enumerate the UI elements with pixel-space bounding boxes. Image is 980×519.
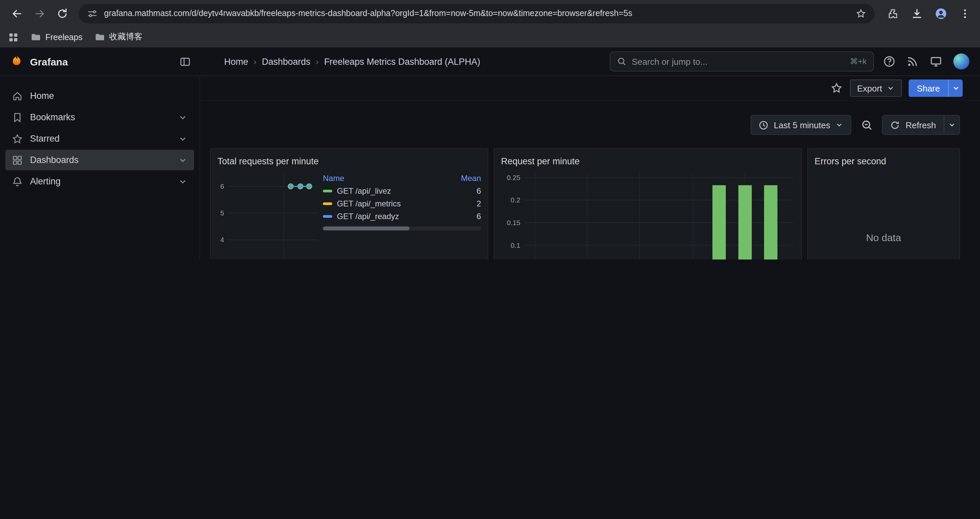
chevron-down-icon[interactable] (178, 113, 188, 122)
bookmark-label: 收藏博客 (109, 31, 142, 43)
refresh-interval-dropdown[interactable] (944, 115, 960, 135)
download-icon[interactable] (908, 5, 925, 22)
svg-text:6: 6 (220, 182, 224, 190)
url-text[interactable]: grafana.mathmast.com/d/deytv4rwavabkb/fr… (104, 9, 849, 18)
sidebar-item-label: Bookmarks (30, 112, 75, 122)
panel-title[interactable]: Request per minute (501, 153, 795, 169)
sidebar-item-label: Dashboards (30, 155, 79, 165)
share-dropdown-button[interactable] (948, 80, 963, 97)
breadcrumb: Home›Dashboards›Freeleaps Metrics Dashbo… (224, 56, 480, 67)
breadcrumb-separator: › (316, 56, 319, 67)
time-range-label: Last 5 minutes (774, 120, 830, 130)
chevron-down-icon[interactable] (178, 134, 188, 143)
reload-icon[interactable] (52, 3, 72, 23)
folder-icon (94, 32, 104, 42)
refresh-button[interactable]: Refresh (882, 115, 944, 135)
favorite-star-icon[interactable] (830, 81, 843, 95)
sidebar-item-home[interactable]: Home (5, 86, 194, 106)
news-rss-icon[interactable] (907, 56, 919, 67)
time-range-picker[interactable]: Last 5 minutes (751, 115, 851, 135)
grid-icon (12, 155, 23, 165)
dashboard-main: Export Share Last 5 minutes (200, 76, 980, 260)
help-icon[interactable] (883, 56, 895, 67)
search-icon (617, 57, 627, 66)
no-data-message: No data (815, 170, 953, 260)
search-input[interactable]: Search or jump to... ⌘+k (610, 51, 874, 72)
star-icon (12, 133, 23, 144)
legend-row[interactable]: GET /api/_readyz6 (323, 210, 481, 222)
url-bar[interactable]: grafana.mathmast.com/d/deytv4rwavabkb/fr… (79, 4, 875, 23)
chevron-down-icon[interactable] (178, 177, 188, 186)
svg-text:0.1: 0.1 (511, 241, 520, 249)
panel-total-requests: Total requests per minute 6543217:40 Nam… (210, 148, 488, 260)
svg-text:5: 5 (220, 209, 224, 217)
chevron-down-icon (835, 121, 843, 129)
legend-header: NameMean (323, 172, 481, 184)
sidebar-item-bookmarks[interactable]: Bookmarks (5, 107, 194, 128)
total-requests-chart[interactable]: 6543217:40 (218, 170, 319, 260)
legend-scrollbar[interactable] (323, 227, 481, 230)
legend-row[interactable]: GET /api/_metrics2 (323, 197, 481, 210)
profile-avatar-icon[interactable] (932, 5, 949, 22)
sidebar-item-dashboards[interactable]: Dashboards (5, 150, 194, 170)
screen: grafana.mathmast.com/d/deytv4rwavabkb/fr… (0, 0, 980, 260)
brand-title: Grafana (30, 56, 68, 67)
site-info-icon[interactable] (87, 8, 98, 19)
folder-icon (31, 32, 41, 42)
back-icon[interactable] (7, 3, 27, 23)
bookmark-folder-blogs[interactable]: 收藏博客 (94, 31, 142, 43)
sidebar-item-alerting[interactable]: Alerting (5, 171, 194, 192)
refresh-icon (890, 120, 900, 130)
panel-requests-per-minute: Request per minute 0.250.20.150.10.05017… (494, 148, 802, 260)
breadcrumb-item[interactable]: Home (224, 56, 248, 67)
svg-text:0.2: 0.2 (511, 196, 520, 204)
collapse-sidebar-icon[interactable] (180, 56, 191, 67)
requests-per-minute-chart[interactable]: 0.250.20.150.10.05017:37:0017:38:0017:39… (501, 170, 795, 260)
panel-title[interactable]: Errors per second (815, 153, 953, 169)
zoom-out-icon[interactable] (857, 115, 877, 135)
legend-row[interactable]: GET /api/_livez6 (323, 184, 481, 197)
total-requests-legend: NameMeanGET /api/_livez6GET /api/_metric… (323, 170, 481, 260)
menu-kebab-icon[interactable] (956, 5, 973, 22)
share-button[interactable]: Share (909, 80, 948, 97)
bookmark-folder-freeleaps[interactable]: Freeleaps (31, 32, 83, 42)
export-label: Export (857, 83, 882, 93)
sidebar-item-label: Home (30, 91, 54, 101)
svg-text:0.15: 0.15 (507, 219, 520, 227)
chevron-down-icon (887, 84, 895, 92)
breadcrumb-item[interactable]: Dashboards (262, 56, 310, 67)
bell-icon (12, 176, 23, 187)
nav-sidebar: HomeBookmarksStarredDashboardsAlerting (0, 76, 200, 260)
refresh-label: Refresh (905, 120, 936, 130)
extensions-icon[interactable] (884, 5, 901, 22)
panel-title[interactable]: Total requests per minute (218, 153, 481, 169)
forward-icon[interactable] (29, 3, 49, 23)
home-icon (12, 91, 23, 101)
time-toolbar: Last 5 minutes Refresh (751, 115, 960, 135)
bookmarks-bar: Freeleaps 收藏博客 (0, 27, 980, 48)
clock-icon (759, 120, 768, 130)
bookmark-icon (12, 112, 23, 123)
user-avatar[interactable] (953, 53, 969, 69)
monitor-icon[interactable] (930, 56, 942, 67)
svg-text:0.25: 0.25 (507, 174, 520, 181)
dashboard-actions: Export Share (200, 76, 980, 101)
grafana-logo[interactable] (10, 54, 24, 69)
sidebar-item-label: Alerting (30, 176, 61, 186)
browser-toolbar: grafana.mathmast.com/d/deytv4rwavabkb/fr… (0, 0, 980, 27)
bookmark-star-icon[interactable] (855, 8, 867, 19)
bookmark-label: Freeleaps (45, 32, 83, 42)
export-button[interactable]: Export (850, 80, 902, 97)
breadcrumb-separator: › (253, 56, 256, 67)
apps-grid-icon[interactable] (8, 32, 19, 42)
breadcrumb-item[interactable]: Freeleaps Metrics Dashboard (ALPHA) (324, 56, 480, 67)
search-shortcut: ⌘+k (850, 57, 867, 66)
sidebar-item-starred[interactable]: Starred (5, 128, 194, 149)
search-placeholder: Search or jump to... (632, 56, 708, 67)
chevron-down-icon[interactable] (178, 155, 188, 164)
grafana-header: Grafana Home›Dashboards›Freeleaps Metric… (0, 48, 980, 76)
sidebar-item-label: Starred (30, 134, 60, 144)
svg-text:4: 4 (220, 236, 224, 243)
panel-errors-per-second: Errors per second No data (807, 148, 960, 260)
